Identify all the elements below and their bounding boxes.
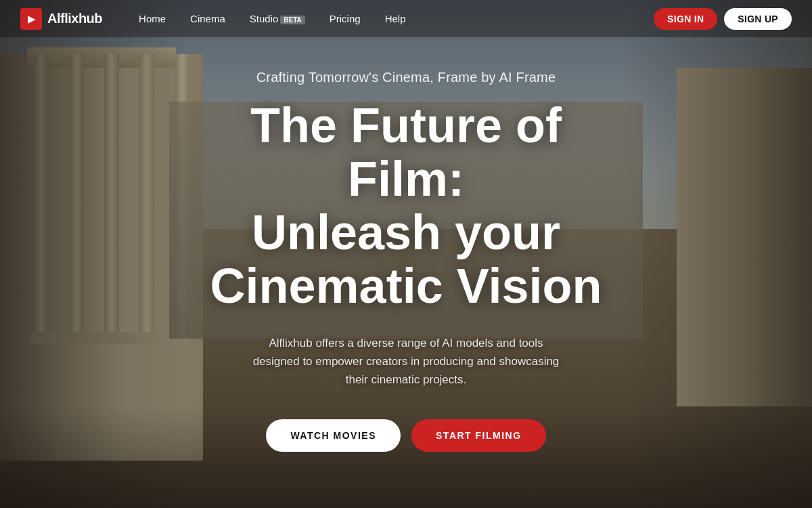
beta-badge: BETA	[280, 16, 304, 24]
logo-icon: ▶	[20, 8, 42, 30]
start-filming-button[interactable]: START FILMING	[411, 419, 546, 452]
hero-tagline: Crafting Tomorrow's Cinema, Frame by AI …	[256, 70, 556, 85]
nav-pricing[interactable]: Pricing	[320, 9, 370, 28]
hero-title: The Future of Film: Unleash your Cinemat…	[169, 99, 643, 314]
nav-help[interactable]: Help	[376, 9, 415, 28]
signin-button[interactable]: SIGN IN	[654, 8, 717, 30]
hero-description: Alflixhub offers a diverse range of AI m…	[250, 334, 562, 389]
logo-text: Alflixhub	[47, 11, 102, 26]
nav-actions: SIGN IN SIGN UP	[654, 8, 792, 30]
nav-studio[interactable]: StudioBETA	[240, 9, 315, 28]
watch-movies-button[interactable]: WATCH MOVIES	[266, 419, 401, 452]
signup-button[interactable]: SIGN UP	[724, 8, 792, 30]
logo[interactable]: ▶ Alflixhub	[20, 8, 102, 30]
hero-buttons: WATCH MOVIES START FILMING	[266, 419, 545, 452]
hero-content: Crafting Tomorrow's Cinema, Frame by AI …	[0, 0, 812, 508]
nav-cinema[interactable]: Cinema	[181, 9, 235, 28]
nav-home[interactable]: Home	[129, 9, 175, 28]
navbar: ▶ Alflixhub Home Cinema StudioBETA Prici…	[0, 0, 812, 37]
nav-links: Home Cinema StudioBETA Pricing Help	[129, 9, 654, 28]
